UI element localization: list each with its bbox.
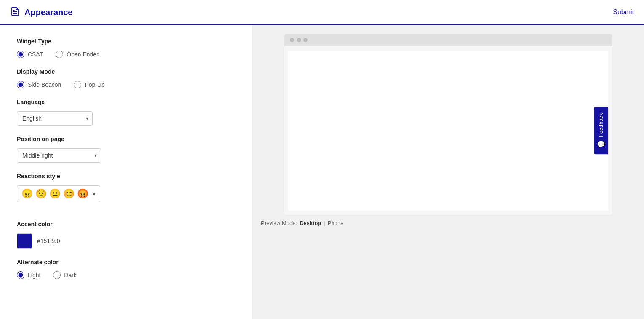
page-title: Appearance [24,8,73,17]
emoji-satisfied[interactable]: 😊 [63,188,75,199]
page-icon [10,6,20,18]
widget-type-open-ended-radio[interactable] [56,51,63,58]
position-label: Position on page [17,136,235,142]
main-layout: Widget Type CSAT Open Ended Display Mode… [0,25,644,319]
alternate-color-light[interactable]: Light [17,271,40,279]
browser-content: Feedback 💬 [288,51,608,211]
widget-type-group: CSAT Open Ended [17,51,235,58]
language-section: Language English Spanish French German ▾ [17,99,235,126]
display-mode-popup[interactable]: Pop-Up [74,81,104,88]
browser-dot-2 [297,38,301,42]
alternate-color-section: Alternate color Light Dark [17,259,235,279]
emoji-neutral[interactable]: 😐 [49,188,61,199]
alternate-color-light-label: Light [28,272,40,279]
position-section: Position on page Top left Top right Midd… [17,136,235,163]
alternate-color-dark[interactable]: Dark [53,271,77,279]
alternate-color-dark-radio[interactable] [53,271,61,279]
left-panel: Widget Type CSAT Open Ended Display Mode… [0,25,253,319]
alternate-color-light-radio[interactable] [17,271,24,279]
position-dropdown-wrapper: Top left Top right Middle left Middle ri… [17,148,235,163]
widget-type-section: Widget Type CSAT Open Ended [17,38,235,58]
alternate-color-dark-label: Dark [64,272,77,279]
browser-dot-3 [303,38,308,42]
accent-color-swatch[interactable] [17,233,32,249]
feedback-button-label: Feedback [598,113,604,137]
display-mode-side-beacon-radio[interactable] [17,81,24,88]
header-left: Appearance [10,6,73,18]
preview-mode-bar: Preview Mode: Desktop | Phone [261,220,589,226]
language-dropdown-wrapper: English Spanish French German ▾ [17,111,235,126]
header: Appearance Submit [0,0,644,25]
preview-mode-label: Preview Mode: [261,220,297,226]
widget-type-open-ended-label: Open Ended [67,51,100,58]
display-mode-popup-radio[interactable] [74,81,81,88]
reactions-expand-icon[interactable]: ▾ [93,190,96,197]
feedback-button[interactable]: Feedback 💬 [594,107,608,154]
preview-mode-desktop-button[interactable]: Desktop [300,220,321,226]
display-mode-popup-label: Pop-Up [85,81,104,88]
submit-button[interactable]: Submit [613,8,634,16]
emoji-dissatisfied[interactable]: 😟 [35,188,47,199]
accent-color-row: #1513a0 [17,233,235,249]
feedback-chat-icon: 💬 [597,140,605,148]
accent-color-hex: #1513a0 [37,238,60,244]
display-mode-side-beacon[interactable]: Side Beacon [17,81,61,88]
reactions-section: Reactions style 😠 😟 😐 😊 😡 ▾ [17,173,235,212]
preview-mode-phone-button[interactable]: Phone [328,220,344,226]
display-mode-section: Display Mode Side Beacon Pop-Up [17,68,235,88]
display-mode-side-beacon-label: Side Beacon [28,81,61,88]
position-dropdown-container: Top left Top right Middle left Middle ri… [17,148,101,163]
reactions-label: Reactions style [17,173,235,180]
position-select[interactable]: Top left Top right Middle left Middle ri… [17,148,101,163]
display-mode-group: Side Beacon Pop-Up [17,81,235,88]
widget-type-label: Widget Type [17,38,235,45]
browser-dot-1 [290,38,294,42]
language-label: Language [17,99,235,105]
accent-color-section: Accent color #1513a0 [17,221,235,249]
widget-type-csat[interactable]: CSAT [17,51,43,58]
widget-type-csat-radio[interactable] [17,51,24,58]
alternate-color-label: Alternate color [17,259,235,265]
widget-type-open-ended[interactable]: Open Ended [56,51,100,58]
widget-type-csat-label: CSAT [28,51,43,58]
preview-mode-separator: | [324,220,325,226]
browser-titlebar [284,34,612,46]
alternate-color-group: Light Dark [17,271,235,279]
display-mode-label: Display Mode [17,68,235,75]
browser-mockup: Feedback 💬 [284,34,612,215]
language-select[interactable]: English Spanish French German [17,111,93,126]
emoji-very-dissatisfied[interactable]: 😠 [21,188,33,199]
preview-panel: Feedback 💬 Preview Mode: Desktop | Phone [253,25,644,319]
language-dropdown-container: English Spanish French German ▾ [17,111,93,126]
accent-color-label: Accent color [17,221,235,228]
emoji-very-satisfied[interactable]: 😡 [77,188,88,199]
reactions-container[interactable]: 😠 😟 😐 😊 😡 ▾ [17,185,100,202]
